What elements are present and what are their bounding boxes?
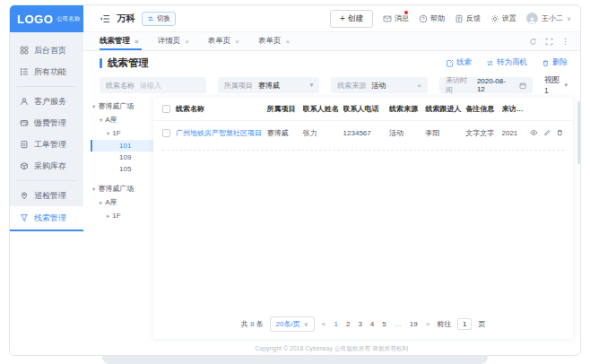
page-1[interactable]: 1 <box>334 320 339 328</box>
nav-settings[interactable]: 设置 <box>490 13 516 23</box>
select-all-checkbox[interactable] <box>162 105 170 113</box>
page-2[interactable]: 2 <box>345 320 351 328</box>
row-checkbox[interactable] <box>162 129 170 137</box>
filter-placeholder: 请输入 <box>140 81 161 91</box>
page-size-select[interactable]: 20条/页 ∨ <box>270 316 315 332</box>
fullscreen-icon[interactable] <box>545 38 553 46</box>
sidebar-item-dashboard[interactable]: 后台首页 <box>10 39 83 61</box>
app-window: LOGO 公司名称 后台首页 所有功能 客户服务 <box>9 4 581 356</box>
cell-source: 活动 <box>389 128 425 138</box>
close-icon[interactable]: × <box>286 38 291 46</box>
tree-node-plaza[interactable]: ▾ 赛博威广场 <box>91 100 153 113</box>
refresh-icon[interactable] <box>529 38 537 46</box>
main-area: 万科 切换 + 创建 消息 <box>83 5 580 355</box>
topbar: 万科 切换 + 创建 消息 <box>83 5 580 32</box>
filter-label: 所属项目 <box>224 81 253 91</box>
close-icon[interactable]: × <box>134 38 139 46</box>
page-actions: 线索 转为商机 删除 <box>446 57 568 68</box>
total-number: 8 <box>250 320 254 328</box>
next-page-button[interactable]: > <box>425 320 431 328</box>
page-4[interactable]: 4 <box>369 320 375 328</box>
calendar-icon <box>519 82 526 90</box>
sidebar-item-work-order[interactable]: 工单管理 <box>10 134 83 155</box>
goto-label: 前往 <box>437 319 451 329</box>
sidebar-item-label: 采购库存 <box>34 160 66 172</box>
tab-leads-management[interactable]: 线索管理 × <box>100 32 151 50</box>
filter-value: 赛博威 <box>258 81 280 91</box>
tab-label: 详情页 <box>158 36 181 47</box>
vertical-scrollbar[interactable] <box>577 101 580 164</box>
column-header: 联系人姓名 <box>303 104 343 114</box>
page-3[interactable]: 3 <box>357 320 362 328</box>
convert-to-opportunity-button[interactable]: 转为商机 <box>486 57 527 68</box>
total-prefix: 共 <box>241 320 248 328</box>
cell-contact-name: 张力 <box>303 128 343 138</box>
switch-project-button[interactable]: 切换 <box>142 12 176 26</box>
table-row: 广州地铁房产智慧社区项目 赛博威 张力 1234567 活动 李阳 文字文字 2… <box>153 121 573 144</box>
caret-right-icon: ▸ <box>100 199 102 206</box>
close-icon[interactable]: × <box>185 38 189 46</box>
clear-filter-icon[interactable]: × <box>417 82 421 90</box>
tab-detail-page[interactable]: 详情页 × <box>158 32 201 50</box>
page-size-value: 20条/页 <box>276 319 300 329</box>
sidebar-item-label: 客户服务 <box>34 96 66 108</box>
tree-node-label: 105 <box>119 165 131 173</box>
more-icon[interactable]: ⋮ <box>561 37 569 46</box>
filter-value: 2020-08-12 <box>477 77 510 93</box>
compose-icon <box>446 59 454 67</box>
action-label: 转为商机 <box>497 57 527 68</box>
sidebar-item-customer-service[interactable]: 客户服务 <box>10 91 83 112</box>
tree-node-plaza-2[interactable]: ▾ 赛博威广场 <box>91 182 153 195</box>
tab-form-page-1[interactable]: 表单页 × <box>208 32 251 50</box>
collapse-menu-icon[interactable] <box>100 13 110 24</box>
delete-icon[interactable] <box>556 128 564 137</box>
new-lead-button[interactable]: 线索 <box>446 57 472 68</box>
company-name: 公司名称 <box>56 15 80 23</box>
tree-node-label: 1F <box>112 129 120 137</box>
lead-name-filter[interactable]: 线索名称 请输入 <box>100 77 206 93</box>
page-19[interactable]: 19 <box>409 320 419 328</box>
nav-feedback[interactable]: 反馈 <box>455 13 481 23</box>
edit-icon[interactable] <box>543 128 551 137</box>
prev-page-button[interactable]: < <box>321 320 327 328</box>
topbar-left: 万科 切换 <box>100 12 176 26</box>
nav-messages[interactable]: 消息 <box>383 13 409 23</box>
nav-help[interactable]: 帮助 <box>419 13 445 23</box>
tree-node-floor-1f[interactable]: ▾ 1F <box>91 126 153 140</box>
topbar-right: + 创建 消息 帮助 反馈 <box>330 10 571 28</box>
column-header: 线索跟进人 <box>425 104 465 114</box>
caret-down-icon: ▾ <box>100 117 102 124</box>
sidebar-item-fee-management[interactable]: 缴费管理 <box>10 112 83 134</box>
desktop-background: LOGO 公司名称 后台首页 所有功能 客户服务 <box>0 0 590 364</box>
goto-page-input[interactable]: 1 <box>457 318 472 330</box>
tree-node-building-a-2[interactable]: ▸ A座 <box>91 195 153 209</box>
tree-node-floor-1f-2[interactable]: ▸ 1F <box>91 209 153 222</box>
page-5[interactable]: 5 <box>381 320 386 328</box>
sidebar-item-patrol[interactable]: 巡检管理 <box>10 185 83 206</box>
workspace: ▾ 赛博威广场 ▾ A座 ▾ 1F 101 109 <box>83 96 580 342</box>
nav-label: 反馈 <box>466 13 481 23</box>
tree-node-building-a[interactable]: ▾ A座 <box>91 113 153 126</box>
view-icon[interactable] <box>530 128 538 137</box>
lead-source-filter[interactable]: 线索来源 活动 × <box>331 77 428 93</box>
cell-project: 赛博威 <box>266 128 302 138</box>
visit-time-filter[interactable]: 来访时间 2020-08-12 <box>439 77 533 93</box>
lead-name-link[interactable]: 广州地铁房产智慧社区项目 <box>176 128 262 138</box>
user-name: 王小二 <box>542 13 563 23</box>
close-icon[interactable]: × <box>235 38 239 46</box>
sidebar-item-leads[interactable]: 线索管理 <box>10 206 83 230</box>
user-menu[interactable]: 王小二 ∨ <box>526 13 571 24</box>
leads-icon <box>20 213 29 222</box>
sidebar-item-all-functions[interactable]: 所有功能 <box>10 61 83 82</box>
tree-node-room-101[interactable]: 101 <box>91 140 153 152</box>
tree-node-room-109[interactable]: 109 <box>91 152 153 163</box>
sidebar-item-purchase-inventory[interactable]: 采购库存 <box>10 155 83 177</box>
delete-button[interactable]: 删除 <box>542 57 568 68</box>
switch-icon <box>147 15 154 22</box>
create-button[interactable]: + 创建 <box>330 10 373 28</box>
tree-node-room-105[interactable]: 105 <box>91 163 153 175</box>
view-selector[interactable]: 视图1 ▾ <box>544 75 568 95</box>
project-filter[interactable]: 所属项目 赛博威 ▾ <box>218 77 319 93</box>
row-actions <box>530 128 564 137</box>
tab-form-page-2[interactable]: 表单页 × <box>258 32 301 50</box>
